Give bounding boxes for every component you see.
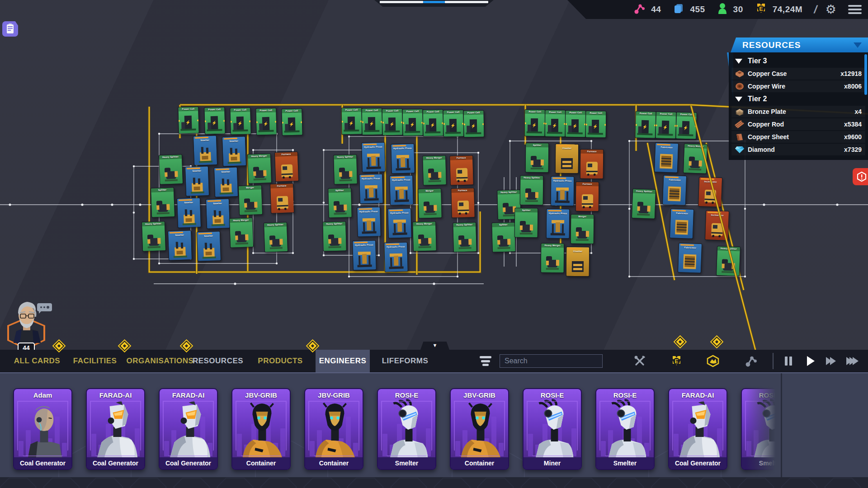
board-card-hsplit[interactable]: Heavy Splitter [520, 175, 544, 205]
board-card-press[interactable]: Hydraulic Press [551, 176, 575, 206]
board-card-furnace[interactable]: Furnace [576, 182, 599, 211]
engineer-card-rosi-e[interactable]: ROSI-EMiner [523, 388, 582, 470]
board-card-hsplit[interactable]: Heavy Splitter [322, 221, 347, 251]
board-card-fab[interactable]: Fabricator [654, 142, 679, 173]
board-card-merge[interactable]: Merger [571, 214, 594, 244]
board-card-hmerge[interactable]: Heavy Merger [247, 153, 272, 184]
board-card-press[interactable]: Hydraulic Press [384, 242, 408, 272]
board-card-hsplit[interactable]: Heavy Splitter [632, 188, 656, 219]
board-card-power[interactable]: Power Cell⚡ [255, 108, 277, 135]
board-card-split[interactable]: Splitter [525, 143, 549, 173]
engineer-card-jbv-grib[interactable]: JBV-GRIBContainer [450, 388, 509, 470]
board-card-power[interactable]: Power Cell⚡ [585, 111, 607, 138]
board-card-split[interactable]: Splitter [151, 187, 175, 218]
board-card-hmerge[interactable]: Heavy Merger [229, 217, 254, 248]
board-card-split[interactable]: Splitter [514, 208, 538, 238]
alert-hexagon-button[interactable] [853, 168, 868, 185]
board-card-press[interactable]: Hydraulic Press [389, 175, 414, 205]
board-card-split[interactable]: Splitter [328, 188, 352, 218]
board-card-crush[interactable]: Crusher [555, 144, 579, 174]
chat-bubble-icon[interactable] [37, 303, 52, 311]
gem-hex-icon[interactable] [705, 353, 721, 369]
pause-button[interactable] [781, 354, 796, 368]
tab-resources[interactable]: RESOURCES [195, 350, 241, 372]
tasks-clipboard-button[interactable] [2, 21, 18, 37]
engineer-card-farad-ai[interactable]: FARAD-AICoal Generator [668, 388, 727, 470]
tab-engineers[interactable]: ENGINEERS [316, 350, 370, 372]
filter-icon[interactable] [479, 355, 492, 367]
board-card-hsplit[interactable]: Heavy Splitter [264, 222, 288, 253]
fastest-forward-button[interactable] [844, 354, 860, 368]
menu-hamburger-icon[interactable] [848, 5, 862, 14]
board-card-power[interactable]: Power Cell⚡ [565, 110, 586, 137]
board-card-press[interactable]: Hydraulic Press [352, 240, 377, 270]
engineer-card-farad-ai[interactable]: FARAD-AICoal Generator [86, 388, 145, 470]
board-card-hmerge[interactable]: Heavy Merger [422, 155, 447, 185]
board-card-hsplit[interactable]: Heavy Splitter [142, 221, 166, 252]
board-card-power[interactable]: Power Cell⚡ [675, 112, 697, 139]
board-card-smelter[interactable]: Smelter [214, 167, 238, 197]
engineer-card-rosi-e[interactable]: ROSI-ESmelter [377, 388, 436, 470]
resource-tier-header[interactable]: Tier 2 [731, 93, 865, 105]
resource-tier-header[interactable]: Tier 3 [731, 55, 865, 67]
board-card-hmerge[interactable]: Heavy Merger [412, 221, 437, 251]
board-card-press[interactable]: Hydraulic Press [391, 143, 415, 174]
tab-products[interactable]: PRODUCTS [259, 350, 302, 372]
board-card-power[interactable]: Power Cell⚡ [422, 109, 443, 137]
board-card-power[interactable]: Power Cell⚡ [655, 111, 677, 139]
engineer-card-farad-ai[interactable]: FARAD-AICoal Generator [159, 388, 218, 470]
tab-all-cards[interactable]: ALL CARDS [12, 350, 62, 372]
tab-facilities[interactable]: FACILITIES [72, 350, 118, 372]
resources-scrollbar[interactable] [864, 54, 867, 95]
board-card-merge[interactable]: Merger [238, 185, 263, 216]
board-card-power[interactable]: Power Cell⚡ [524, 109, 546, 136]
board-card-fab[interactable]: Fabricator [678, 243, 702, 273]
board-card-furnace[interactable]: Furnace [449, 155, 474, 185]
board-card-power[interactable]: Power Cell⚡ [281, 108, 303, 136]
board-card-hsplit[interactable]: Heavy Splitter [453, 222, 477, 252]
board-card-hsplit[interactable]: Heavy Splitter [333, 154, 358, 184]
play-button[interactable] [803, 354, 818, 368]
board-card-hsplit[interactable]: Heavy Splitter [159, 154, 183, 185]
board-card-hsplit[interactable]: Heavy Splitter [716, 246, 741, 277]
board-card-power[interactable]: Power Cell⚡ [635, 111, 656, 138]
board-card-power[interactable]: Power Cell⚡ [341, 108, 362, 135]
board-card-power[interactable]: Power Cell⚡ [402, 109, 423, 136]
board-card-incin[interactable]: Incinerator [705, 210, 729, 241]
energy-badge-icon[interactable]: E [668, 353, 684, 369]
board-card-smelter[interactable]: Smelter [185, 166, 209, 197]
board-card-hmerge[interactable]: Heavy Merger [683, 143, 708, 174]
board-card-hmerge[interactable]: Heavy Merger [541, 243, 565, 273]
board-card-split[interactable]: Splitter [491, 222, 516, 252]
board-card-incin[interactable]: Incinerator [698, 177, 722, 207]
board-card-smelter[interactable]: Smelter [206, 198, 230, 229]
settings-gear-icon[interactable]: ⚙ [826, 4, 836, 16]
board-card-press[interactable]: Hydraulic Press [387, 208, 412, 238]
board-card-press[interactable]: Hydraulic Press [357, 206, 381, 237]
engineer-card-jbv-grib[interactable]: JBV-GRIBContainer [231, 388, 291, 470]
board-card-smelter[interactable]: Smelter [193, 135, 217, 166]
board-card-power[interactable]: Power Cell⚡ [361, 108, 382, 136]
search-input[interactable] [500, 354, 603, 368]
tab-organisations[interactable]: ORGANISATIONS [127, 350, 193, 372]
fast-forward-button[interactable] [823, 354, 839, 368]
board-card-press[interactable]: Hydraulic Press [546, 209, 570, 239]
board-card-merge[interactable]: Merger [418, 188, 442, 218]
node-graph-icon[interactable] [743, 353, 760, 369]
board-card-power[interactable]: Power Cell⚡ [545, 110, 566, 137]
board-card-crush[interactable]: Crusher [566, 247, 590, 277]
build-tools-icon[interactable] [632, 353, 648, 369]
board-card-power[interactable]: Power Cell⚡ [463, 110, 484, 138]
board-card-power[interactable]: Power Cell⚡ [178, 106, 199, 134]
tray-collapse-handle[interactable]: ▼ [420, 342, 449, 350]
tab-lifeforms[interactable]: LIFEFORMS [383, 350, 427, 372]
board-card-furnace[interactable]: Furnace [451, 188, 475, 218]
collapse-triangle-icon[interactable] [854, 42, 862, 48]
board-card-furnace[interactable]: Furnace [274, 151, 299, 182]
board-card-power[interactable]: Power Cell⚡ [230, 107, 251, 135]
board-card-furnace[interactable]: Furnace [270, 183, 294, 214]
board-card-smelter[interactable]: Smelter [197, 231, 221, 262]
board-card-smelter[interactable]: Smelter [177, 197, 201, 228]
engineer-card-adam[interactable]: AdamCoal Generator [13, 388, 72, 470]
board-card-power[interactable]: Power Cell⚡ [382, 108, 403, 136]
